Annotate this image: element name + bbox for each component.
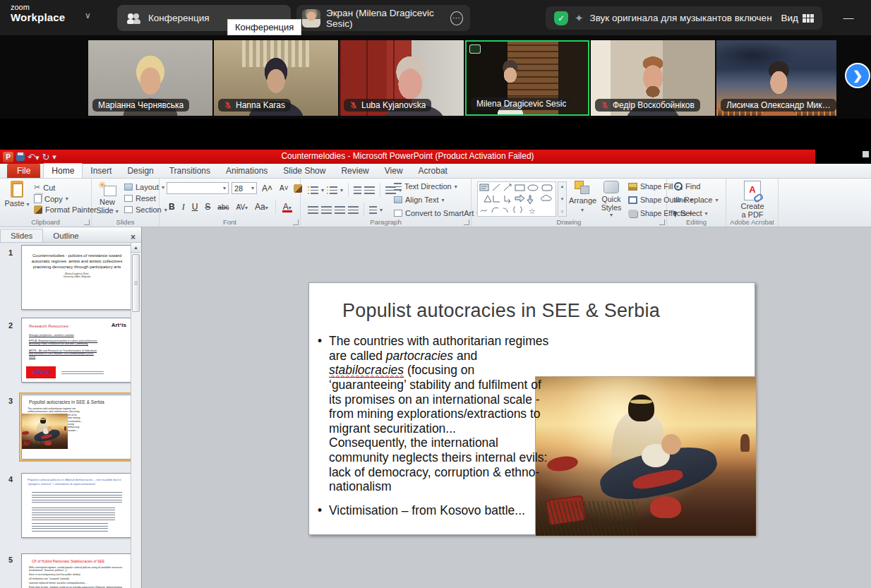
paragraph-dialog-launcher-icon[interactable]: [464, 220, 469, 225]
decrease-indent-button[interactable]: [354, 186, 361, 194]
slide-thumb-1[interactable]: Countermelodies - policies of resistance…: [21, 245, 133, 310]
undo-icon[interactable]: ↶▾: [28, 152, 39, 162]
clipboard-dialog-launcher-icon[interactable]: [84, 220, 90, 225]
align-center-button[interactable]: [321, 206, 332, 214]
quick-styles-button[interactable]: Quick Styles ▾: [597, 181, 625, 218]
clear-strike-button[interactable]: abc: [215, 203, 231, 211]
arrange-button[interactable]: Arrange ▾: [569, 181, 596, 213]
tab-slide-show[interactable]: Slide Show: [275, 164, 333, 178]
panel-tab-slides[interactable]: Slides: [0, 229, 43, 242]
participant-tile[interactable]: Лисичка Олександр Мико...: [716, 40, 836, 116]
tab-design[interactable]: Design: [119, 164, 161, 178]
slide-image-thumbnail: [21, 414, 68, 449]
view-button[interactable]: Вид: [781, 13, 814, 23]
font-group: ▾ 28▾ A˄ A˅ B I U S abc AV▾ Aa▾ A▾: [160, 179, 301, 227]
slide-thumb-3-selected[interactable]: Populist autocracies in SEE & Serbia The…: [21, 395, 133, 460]
tab-transitions[interactable]: Transitions: [162, 164, 218, 178]
participant-tile[interactable]: Федір Воскобойніков: [591, 40, 715, 116]
new-slide-button[interactable]: ✳ New Slide ▾: [92, 181, 123, 215]
shape-outline-icon: [628, 196, 637, 204]
grow-font-button[interactable]: A˄: [260, 184, 275, 193]
shapes-gallery[interactable]: ☆: [477, 181, 556, 217]
slide-number: 5: [8, 556, 13, 564]
workspace-chevron-icon[interactable]: ∨: [85, 11, 91, 20]
paste-button[interactable]: Paste ▾: [1, 181, 32, 208]
text-direction-button[interactable]: Text Direction ▾: [394, 182, 457, 191]
powerpoint-app-icon[interactable]: P: [3, 152, 13, 162]
tab-insert[interactable]: Insert: [83, 164, 119, 178]
numbering-button[interactable]: [327, 186, 337, 194]
qat-more-icon[interactable]: ▾: [52, 152, 56, 162]
create-pdf-button[interactable]: Create a PDF: [736, 181, 769, 219]
character-spacing-button[interactable]: AV▾: [234, 203, 250, 211]
ppt-titlebar[interactable]: P ↶▾ ↻ ▾ Countermelodies - Microsoft Pow…: [0, 150, 815, 164]
group-label: Slides: [92, 218, 159, 226]
underline-button[interactable]: U: [190, 202, 200, 212]
panel-tab-outline[interactable]: Outline: [43, 229, 88, 242]
epica-logo: ePica: [26, 366, 56, 378]
slide-thumb-5[interactable]: CP of Hybrid Partocratic Stabilocracies …: [21, 553, 133, 588]
scroll-up-icon[interactable]: ▲: [131, 243, 140, 253]
security-shield-icon[interactable]: ✓: [554, 11, 568, 25]
tab-review[interactable]: Review: [333, 164, 376, 178]
clipboard-group: Paste ▾ ✂Cut Copy ▾ Format Painter Clipb…: [0, 179, 92, 227]
bold-button[interactable]: B: [167, 202, 177, 212]
participant-tile[interactable]: Hanna Karas: [214, 40, 338, 116]
tab-options-icon[interactable]: ⋯: [450, 11, 463, 25]
increase-indent-button[interactable]: [364, 186, 375, 194]
save-icon[interactable]: [16, 152, 25, 161]
bullets-button[interactable]: [308, 186, 318, 194]
justify-button[interactable]: [348, 206, 359, 214]
cut-button[interactable]: ✂Cut: [34, 183, 55, 192]
strikethrough-button[interactable]: S: [203, 202, 212, 212]
font-name-combobox[interactable]: ▾: [167, 182, 229, 194]
tab-home[interactable]: Home: [43, 163, 83, 178]
kosovo-maiden-painting[interactable]: [536, 377, 756, 536]
layout-button[interactable]: Layout ▾: [124, 183, 164, 191]
find-button[interactable]: Find: [674, 182, 700, 191]
tab-animations[interactable]: Animations: [218, 164, 275, 178]
change-case-button[interactable]: Aa▾: [253, 202, 270, 212]
align-left-button[interactable]: [308, 206, 318, 214]
align-right-button[interactable]: [335, 206, 345, 214]
convert-smartart-button[interactable]: Convert to SmartArt ▾: [394, 209, 479, 217]
participant-tile-active-speaker[interactable]: Milena Dragicevic Sesic: [465, 40, 589, 116]
screen-share-tab[interactable]: Экран (Milena Dragicevic Sesic) ⋯: [296, 5, 470, 31]
columns-button[interactable]: [369, 206, 377, 214]
panel-close-icon[interactable]: ×: [131, 232, 136, 242]
font-dialog-launcher-icon[interactable]: [293, 220, 299, 225]
italic-button[interactable]: I: [180, 202, 187, 212]
tab-acrobat[interactable]: Acrobat: [411, 164, 455, 178]
scrollbar-thumb[interactable]: [132, 254, 140, 312]
slide-thumb-4[interactable]: Populist cultural policies in illiberal …: [21, 473, 133, 538]
shrink-font-button[interactable]: A˅: [277, 184, 291, 192]
font-color-button[interactable]: A▾: [281, 202, 294, 212]
slide-thumb-2[interactable]: Research Resources : Art*is Stronger per…: [21, 318, 133, 383]
slide-title[interactable]: Populist autocracies in SEE & Serbia: [342, 300, 660, 322]
drawing-dialog-launcher-icon[interactable]: [659, 220, 665, 225]
replace-button[interactable]: abReplace ▾: [674, 196, 718, 204]
next-participants-button[interactable]: ❯: [845, 63, 870, 88]
tab-file[interactable]: File: [7, 164, 40, 178]
font-size-combobox[interactable]: 28▾: [232, 182, 257, 194]
participant-tile[interactable]: Маріанна Чернявська: [88, 40, 212, 116]
cut-icon: ✂: [34, 183, 40, 192]
format-painter-button[interactable]: Format Painter: [34, 205, 97, 214]
reset-button[interactable]: Reset: [124, 194, 156, 203]
participant-name: Лисичка Олександр Мико...: [726, 100, 831, 110]
arrange-icon: [575, 181, 590, 195]
select-button[interactable]: Select ▾: [674, 209, 708, 217]
new-slide-icon: ✳: [98, 181, 116, 196]
participant-tile[interactable]: Luba Kyjanovska: [340, 40, 464, 116]
current-slide[interactable]: Populist autocracies in SEE & Serbia • T…: [308, 282, 755, 535]
redo-icon[interactable]: ↻: [42, 152, 49, 162]
panel-scrollbar[interactable]: ▲: [131, 243, 140, 588]
ai-companion-icon[interactable]: ✦: [575, 12, 584, 25]
copy-button[interactable]: Copy ▾: [34, 194, 68, 203]
minimize-button[interactable]: —: [839, 8, 858, 27]
align-text-button[interactable]: Align Text ▾: [394, 196, 445, 204]
slide-body-text[interactable]: • The countries with authoritarian regim…: [318, 334, 553, 518]
tab-view[interactable]: View: [377, 164, 411, 178]
slides-group: ✳ New Slide ▾ Layout ▾ Reset Section ▾ S…: [92, 179, 160, 227]
shapes-gallery-scroll[interactable]: ▴▾▿: [558, 181, 567, 217]
